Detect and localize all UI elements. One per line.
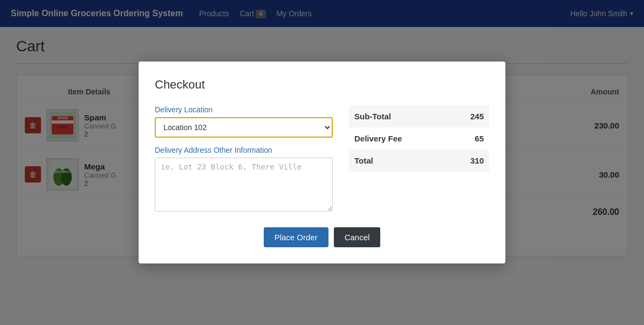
summary-table: Sub-Total 245 Delivery Fee 65 Total 310 [349, 105, 489, 172]
total-row: Total 310 [349, 150, 489, 172]
delivery-fee-value: 65 [448, 127, 489, 150]
cancel-button[interactable]: Cancel [334, 227, 381, 247]
subtotal-row: Sub-Total 245 [349, 105, 489, 127]
delivery-fee-row: Delivery Fee 65 [349, 127, 489, 150]
delivery-address-label: Delivery Address Other Information [155, 146, 333, 154]
total-value: 310 [448, 150, 489, 172]
checkout-modal: Checkout Delivery Location Location 101 … [139, 62, 505, 263]
modal-footer: Place Order Cancel [155, 227, 489, 247]
modal-form: Delivery Location Location 101 Location … [155, 105, 333, 214]
delivery-location-select[interactable]: Location 101 Location 102 Location 103 [155, 117, 333, 138]
modal-title: Checkout [155, 78, 489, 92]
modal-overlay: Checkout Delivery Location Location 101 … [0, 0, 644, 325]
total-label: Total [349, 150, 448, 172]
place-order-button[interactable]: Place Order [264, 227, 328, 247]
delivery-address-textarea[interactable] [155, 158, 333, 212]
modal-summary: Sub-Total 245 Delivery Fee 65 Total 310 [349, 105, 489, 214]
delivery-fee-label: Delivery Fee [349, 127, 448, 150]
subtotal-value: 245 [448, 105, 489, 127]
delivery-location-label: Delivery Location [155, 105, 333, 114]
subtotal-label: Sub-Total [349, 105, 448, 127]
modal-body: Delivery Location Location 101 Location … [155, 105, 489, 214]
